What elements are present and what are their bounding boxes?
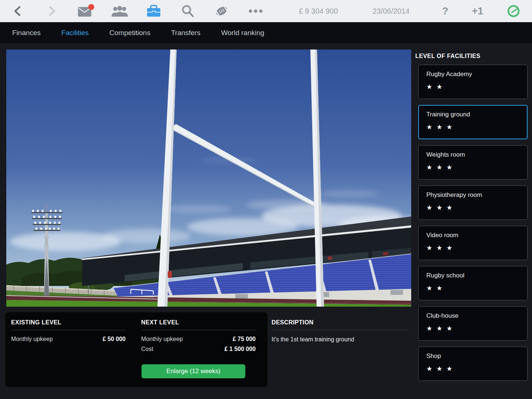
facility-name: Physiotherapy room [426, 191, 527, 199]
messages-button[interactable] [77, 2, 95, 20]
facility-card-shop[interactable]: Shop ★ ★ ★ [418, 347, 528, 381]
row-label: Monthly upkeep [11, 336, 53, 342]
existing-level-title: EXISTING LEVEL [11, 319, 126, 326]
row-label: Monthly upkeep [141, 336, 183, 342]
clock-icon [506, 4, 521, 18]
facility-stars: ★ ★ ★ [426, 244, 527, 252]
help-button[interactable]: ? [442, 6, 449, 17]
divider [272, 330, 408, 330]
game-date: 23/06/2014 [373, 7, 410, 16]
advance-day-button[interactable]: +1 [472, 6, 483, 17]
facility-name: Rugby school [426, 272, 527, 279]
tab-world-ranking[interactable]: World ranking [221, 29, 264, 37]
facility-stars: ★ ★ ★ [426, 365, 527, 373]
tab-finances[interactable]: Finances [12, 29, 41, 37]
facility-name: Rugby Academy [426, 71, 527, 78]
row-value: £ 1 500 000 [224, 346, 256, 352]
tab-transfers[interactable]: Transfers [171, 29, 201, 37]
back-icon [12, 5, 23, 17]
facility-card-training-ground[interactable]: Training ground ★ ★ ★ [418, 105, 528, 139]
notification-badge [88, 4, 94, 10]
toolbar-icon-group [0, 2, 265, 20]
more-icon [248, 9, 263, 13]
row-value: £ 75 000 [233, 336, 256, 342]
facility-name: Weights room [426, 151, 527, 158]
stadium-illustration [6, 50, 411, 307]
tab-competitions[interactable]: Competitions [109, 29, 150, 37]
forward-icon [46, 5, 57, 17]
facility-name: Club-house [426, 312, 527, 320]
row-value: £ 50 000 [103, 336, 126, 342]
search-icon [181, 4, 195, 18]
forward-button[interactable] [43, 2, 61, 20]
top-toolbar: £ 9 304 900 23/06/2014 ? +1 [0, 0, 532, 22]
row-label: Cost [141, 346, 153, 352]
upkeep-row: Monthly upkeep £ 75 000 [141, 336, 256, 342]
business-button[interactable] [145, 2, 163, 20]
upkeep-row: Monthly upkeep £ 50 000 [11, 336, 126, 342]
facility-card-video-room[interactable]: Video room ★ ★ ★ [418, 226, 528, 260]
upgrade-panel: EXISTING LEVEL Monthly upkeep £ 50 000 N… [5, 312, 267, 387]
facility-card-rugby-school[interactable]: Rugby school ★ ★ [418, 266, 528, 300]
squad-button[interactable] [111, 2, 129, 20]
facilities-page: LEVEL OF FACILITIES Rugby Academy ★ ★ Tr… [0, 43, 532, 399]
next-level-title: NEXT LEVEL [141, 319, 256, 326]
post-pad [168, 271, 172, 278]
squad-icon [111, 4, 129, 18]
facility-card-club-house[interactable]: Club-house ★ ★ ★ [418, 306, 528, 341]
divider [141, 330, 256, 330]
continue-button[interactable] [506, 4, 521, 18]
more-button[interactable] [247, 2, 265, 20]
back-button[interactable] [9, 2, 27, 20]
divider [11, 330, 126, 330]
messages-icon [77, 4, 95, 18]
business-icon [146, 4, 161, 18]
club-balance: £ 9 304 900 [299, 7, 338, 16]
facility-stars: ★ ★ ★ [426, 204, 527, 212]
search-button[interactable] [179, 2, 197, 20]
facility-stars: ★ ★ [426, 284, 527, 292]
facility-stars: ★ ★ ★ [426, 123, 527, 131]
toolbar-status-group: £ 9 304 900 23/06/2014 ? +1 [299, 4, 532, 18]
facility-stars: ★ ★ ★ [426, 324, 527, 332]
cost-row: Cost £ 1 500 000 [141, 346, 256, 352]
tab-facilities[interactable]: Facilities [61, 29, 89, 37]
facilities-list: Rugby Academy ★ ★ Training ground ★ ★ ★ … [418, 65, 528, 387]
section-navbar: Finances Facilities Competitions Transfe… [0, 22, 532, 43]
description-section: DESCRIPTION It's the 1st team training g… [272, 312, 408, 343]
description-title: DESCRIPTION [272, 319, 408, 326]
sidebar-title: LEVEL OF FACILITIES [415, 53, 480, 59]
facility-name: Video room [426, 232, 527, 239]
next-level-section: NEXT LEVEL Monthly upkeep £ 75 000 Cost … [141, 312, 256, 352]
enlarge-button[interactable]: Enlarge (12 weeks) [141, 364, 245, 378]
facility-card-rugby-academy[interactable]: Rugby Academy ★ ★ [418, 65, 528, 99]
facility-card-physiotherapy-room[interactable]: Physiotherapy room ★ ★ ★ [418, 185, 528, 220]
facility-photo [6, 50, 411, 307]
facility-stars: ★ ★ ★ [426, 163, 527, 171]
description-text: It's the 1st team training ground [272, 336, 408, 343]
facility-card-weights-room[interactable]: Weights room ★ ★ ★ [418, 145, 528, 180]
rugby-ball-button[interactable] [213, 2, 231, 20]
facility-name: Shop [426, 352, 527, 360]
facility-stars: ★ ★ [426, 83, 527, 91]
rugby-ball-icon [214, 4, 230, 18]
facility-name: Training ground [426, 111, 527, 118]
existing-level-section: EXISTING LEVEL Monthly upkeep £ 50 000 [11, 312, 126, 342]
